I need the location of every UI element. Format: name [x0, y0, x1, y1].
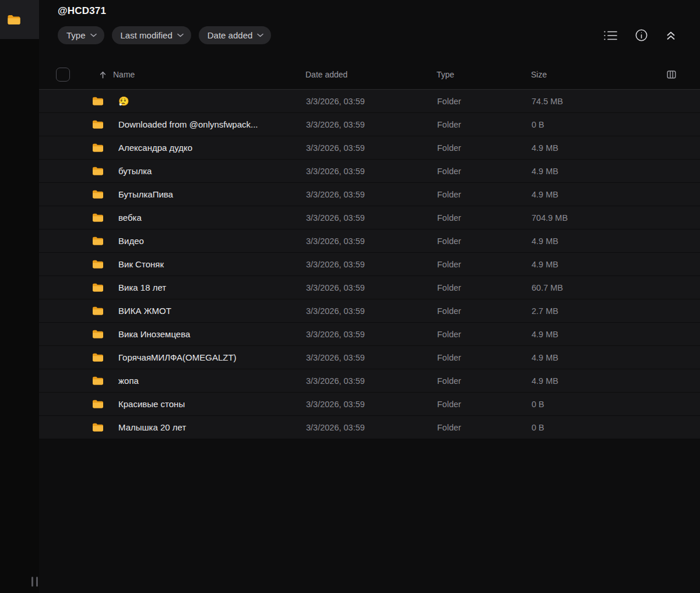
folder-icon	[92, 283, 104, 292]
file-date-added: 3/3/2026, 03:59	[306, 353, 437, 362]
file-size: 0 B	[532, 120, 700, 129]
file-row[interactable]: Downloaded from @onlynsfwpack... 3/3/202…	[39, 113, 700, 136]
file-type: Folder	[437, 283, 532, 292]
info-icon	[635, 29, 648, 42]
file-name: БутылкаПива	[118, 189, 306, 199]
filter-bar: Type Last modified Date added	[58, 26, 677, 44]
file-type: Folder	[437, 120, 532, 129]
file-size: 4.9 MB	[532, 260, 700, 269]
file-row[interactable]: Видео 3/3/2026, 03:59 Folder 4.9 MB	[39, 230, 700, 253]
columns-icon	[666, 69, 677, 80]
file-row[interactable]: жопа 3/3/2026, 03:59 Folder 4.9 MB	[39, 369, 700, 393]
file-name: жопа	[118, 376, 306, 386]
file-name: Красивые стоны	[118, 399, 306, 409]
list-view-icon	[603, 30, 618, 41]
column-header-type[interactable]: Type	[437, 70, 531, 79]
file-size: 4.9 MB	[532, 330, 700, 339]
file-row[interactable]: Красивые стоны 3/3/2026, 03:59 Folder 0 …	[39, 393, 700, 416]
file-name: 😮‍💨	[118, 96, 306, 107]
collapse-button[interactable]	[665, 30, 677, 41]
file-size: 0 B	[532, 400, 700, 409]
file-name: Александра дудко	[118, 143, 306, 153]
file-row[interactable]: ГорячаяМИЛФА(OMEGALZT) 3/3/2026, 03:59 F…	[39, 346, 700, 369]
filter-date-added-button[interactable]: Date added	[199, 26, 272, 44]
file-date-added: 3/3/2026, 03:59	[306, 330, 437, 339]
filter-last-modified-button[interactable]: Last modified	[112, 26, 191, 44]
file-date-added: 3/3/2026, 03:59	[306, 423, 437, 432]
file-size: 4.9 MB	[532, 190, 700, 199]
arrow-up-icon	[99, 70, 107, 79]
file-row[interactable]: 😮‍💨 3/3/2026, 03:59 Folder 74.5 MB	[39, 90, 700, 113]
column-settings-button[interactable]	[666, 69, 677, 80]
column-header-size[interactable]: Size	[531, 70, 666, 79]
list-view-button[interactable]	[603, 30, 618, 41]
sort-ascending-icon[interactable]	[99, 70, 107, 79]
table-header: Name Date added Type Size	[39, 60, 700, 89]
file-list: 😮‍💨 3/3/2026, 03:59 Folder 74.5 MB Downl…	[39, 89, 700, 439]
file-size: 74.5 MB	[532, 97, 700, 106]
file-row[interactable]: ВИКА ЖМОТ 3/3/2026, 03:59 Folder 2.7 MB	[39, 299, 700, 323]
toolbar-icon-group	[603, 29, 677, 42]
file-date-added: 3/3/2026, 03:59	[306, 400, 437, 409]
file-date-added: 3/3/2026, 03:59	[306, 260, 437, 269]
file-date-added: 3/3/2026, 03:59	[306, 306, 437, 316]
file-date-added: 3/3/2026, 03:59	[306, 283, 437, 292]
file-type: Folder	[437, 330, 532, 339]
folder-icon	[92, 259, 104, 269]
column-header-name[interactable]: Name	[113, 70, 305, 79]
chevron-down-icon	[257, 33, 263, 37]
file-size: 4.9 MB	[532, 376, 700, 386]
file-name: ВИКА ЖМОТ	[118, 306, 306, 316]
folder-icon	[92, 236, 104, 246]
folder-icon	[92, 329, 104, 339]
column-header-date-added[interactable]: Date added	[305, 70, 437, 79]
file-name: бутылка	[118, 166, 306, 176]
file-type: Folder	[437, 260, 532, 269]
app-logo[interactable]	[0, 0, 39, 39]
file-type: Folder	[437, 376, 532, 386]
file-date-added: 3/3/2026, 03:59	[306, 167, 437, 176]
file-manager-window: @HCD371 Type Last modified Date added	[0, 0, 700, 593]
file-type: Folder	[437, 400, 532, 409]
filter-type-button[interactable]: Type	[58, 26, 104, 44]
file-type: Folder	[437, 143, 532, 153]
info-button[interactable]	[635, 29, 648, 42]
file-name: Вика Иноземцева	[118, 329, 306, 339]
file-date-added: 3/3/2026, 03:59	[306, 213, 437, 223]
file-row[interactable]: вебка 3/3/2026, 03:59 Folder 704.9 MB	[39, 206, 700, 230]
file-row[interactable]: Вика Иноземцева 3/3/2026, 03:59 Folder 4…	[39, 323, 700, 346]
file-name: вебка	[118, 213, 306, 223]
sidebar-resize-handle[interactable]	[31, 577, 38, 587]
file-name: ГорячаяМИЛФА(OMEGALZT)	[118, 352, 306, 362]
file-type: Folder	[437, 97, 532, 106]
file-type: Folder	[437, 167, 532, 176]
file-date-added: 3/3/2026, 03:59	[306, 97, 437, 106]
file-size: 4.9 MB	[532, 353, 700, 362]
select-all-checkbox[interactable]	[56, 68, 70, 82]
file-type: Folder	[437, 353, 532, 362]
file-type: Folder	[437, 423, 532, 432]
collapse-up-icon	[665, 30, 677, 41]
main-content: @HCD371 Type Last modified Date added	[39, 0, 700, 593]
file-type: Folder	[437, 306, 532, 316]
folder-icon	[92, 96, 104, 106]
file-row[interactable]: Малышка 20 лет 3/3/2026, 03:59 Folder 0 …	[39, 416, 700, 439]
file-date-added: 3/3/2026, 03:59	[306, 143, 437, 153]
file-row[interactable]: бутылка 3/3/2026, 03:59 Folder 4.9 MB	[39, 160, 700, 183]
filter-date-added-label: Date added	[207, 30, 253, 40]
file-size: 4.9 MB	[532, 237, 700, 246]
file-row[interactable]: Александра дудко 3/3/2026, 03:59 Folder …	[39, 136, 700, 160]
topbar: @HCD371 Type Last modified Date added	[39, 0, 700, 44]
file-row[interactable]: Вика 18 лет 3/3/2026, 03:59 Folder 60.7 …	[39, 276, 700, 299]
file-name: Видео	[118, 236, 306, 246]
file-row[interactable]: БутылкаПива 3/3/2026, 03:59 Folder 4.9 M…	[39, 183, 700, 206]
folder-icon	[92, 306, 104, 316]
file-date-added: 3/3/2026, 03:59	[306, 376, 437, 386]
filter-last-modified-label: Last modified	[121, 30, 173, 40]
file-size: 704.9 MB	[532, 213, 700, 223]
filter-type-label: Type	[66, 30, 86, 40]
folder-icon	[92, 422, 104, 432]
file-row[interactable]: Вик Стоняк 3/3/2026, 03:59 Folder 4.9 MB	[39, 253, 700, 276]
file-type: Folder	[437, 190, 532, 199]
file-size: 4.9 MB	[532, 143, 700, 153]
